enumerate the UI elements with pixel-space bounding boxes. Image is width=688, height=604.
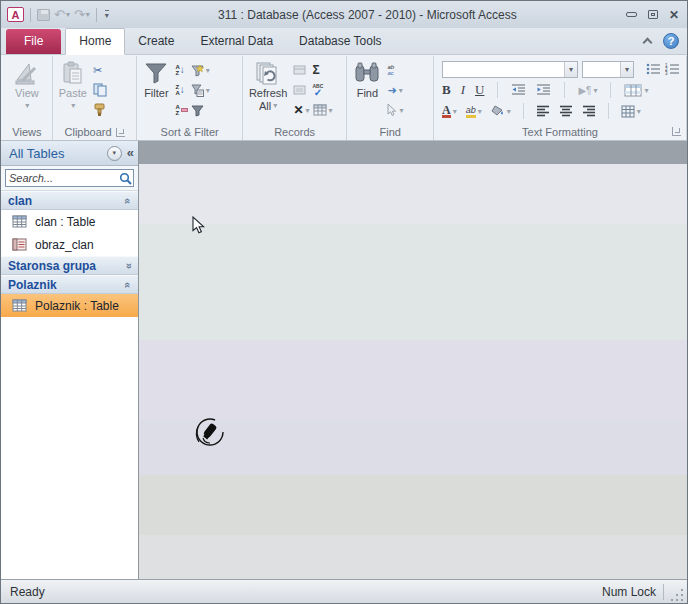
align-left-button[interactable] (536, 103, 550, 119)
filter-button-label: Filter (144, 87, 168, 99)
new-record-button[interactable] (293, 62, 309, 78)
undo-button[interactable]: ↶▾ (54, 8, 70, 21)
save-button[interactable] (37, 9, 50, 21)
toggle-filter-icon (191, 104, 204, 117)
separator (497, 82, 498, 98)
minimize-button[interactable] (626, 12, 637, 17)
tab-external-data[interactable]: External Data (187, 29, 286, 54)
find-button[interactable]: Find (350, 59, 384, 100)
tab-home[interactable]: Home (65, 28, 125, 55)
tab-file[interactable]: File (6, 29, 61, 54)
filter-button[interactable]: Filter (140, 59, 172, 100)
highlight-button[interactable]: ab▾ (466, 103, 482, 119)
minimize-ribbon-icon[interactable] (643, 38, 653, 48)
spelling-button[interactable]: ABC✓ (313, 82, 333, 98)
resize-grip[interactable] (671, 589, 685, 603)
remove-sort-icon: AZ (175, 104, 187, 116)
paste-button[interactable]: Paste ▾ (56, 59, 90, 113)
replace-button[interactable]: abac (387, 62, 403, 78)
chevron-down-icon: ▾ (25, 100, 29, 112)
chevron-down-icon: ▾ (86, 8, 90, 21)
chevron-down-icon: ▾ (71, 100, 75, 112)
tab-database-tools[interactable]: Database Tools (286, 29, 395, 54)
view-button[interactable]: View ▾ (11, 59, 43, 113)
fill-color-button[interactable]: ▾ (491, 103, 511, 119)
totals-button[interactable]: Σ (313, 62, 333, 78)
cut-button[interactable]: ✂ (93, 62, 107, 78)
italic-button[interactable]: I (461, 82, 465, 98)
gridlines-button[interactable]: ▾ (621, 103, 641, 119)
chevron-down-icon: ▾ (113, 149, 117, 157)
copy-button[interactable] (93, 82, 107, 98)
group-name: clan (8, 194, 32, 208)
filter-icon (143, 60, 169, 86)
font-size-combo[interactable]: ▾ (582, 61, 634, 78)
advanced-filter-button[interactable]: ▾ (191, 82, 210, 98)
shutter-close-button[interactable]: « (127, 147, 134, 159)
chevron-down-icon: ▾ (620, 62, 633, 77)
sort-descending-button[interactable]: ZA↓ (175, 82, 187, 98)
goto-arrow-icon: ➜ (387, 84, 396, 97)
nav-item-clan-table[interactable]: clan : Table (1, 210, 138, 233)
search-button[interactable] (117, 172, 133, 185)
increase-indent-button[interactable] (536, 82, 551, 98)
font-color-button[interactable]: A▾ (442, 103, 457, 119)
delete-record-button[interactable]: ✕▾ (293, 102, 309, 118)
separator (663, 584, 664, 600)
bullets-icon (646, 63, 661, 75)
replace-icon: abac (387, 64, 394, 76)
align-center-button[interactable] (559, 103, 573, 119)
nav-group-header-polaznik[interactable]: Polaznik « (1, 275, 138, 294)
gridlines-icon (621, 105, 635, 118)
numbering-button[interactable]: 1 2 3 (665, 61, 680, 77)
font-name-combo[interactable]: ▾ (442, 61, 578, 78)
select-button[interactable]: ▾ (387, 102, 403, 118)
paste-icon (60, 60, 86, 86)
refresh-all-button[interactable]: Refresh All▾ (246, 59, 291, 113)
ribbon-group-records: Refresh All▾ (243, 56, 348, 140)
toggle-filter-button[interactable] (191, 102, 210, 118)
chevron-down-icon: ▾ (478, 107, 482, 116)
bold-button[interactable]: B (442, 82, 451, 98)
nav-pane-header[interactable]: All Tables ▾ « (1, 141, 138, 166)
undo-icon: ↶ (54, 8, 65, 21)
chevron-down-icon: ▾ (453, 107, 457, 116)
more-records-button[interactable]: ▾ (313, 102, 333, 118)
search-input[interactable] (6, 172, 117, 184)
nav-pane-empty-space (1, 317, 138, 579)
access-app-icon[interactable]: A (7, 7, 24, 22)
tab-create[interactable]: Create (125, 29, 187, 54)
format-painter-button[interactable] (93, 102, 107, 118)
remove-sort-button[interactable]: AZ (175, 102, 187, 118)
nav-item-obraz-clan[interactable]: obraz_clan (1, 233, 138, 256)
form-icon (12, 238, 27, 251)
selection-button[interactable]: ▾ (191, 62, 210, 78)
delete-icon: ✕ (293, 103, 303, 117)
separator (608, 103, 609, 119)
group-label-clipboard: Clipboard (53, 124, 137, 140)
nav-item-polaznik-table[interactable]: Polaznik : Table (1, 294, 138, 317)
document-canvas[interactable] (139, 141, 687, 579)
close-button[interactable]: ✕ (669, 9, 679, 21)
restore-button[interactable] (648, 10, 658, 19)
bullets-button[interactable] (646, 61, 661, 77)
nav-group-header-staronsa-grupa[interactable]: Staronsa grupa « (1, 256, 138, 275)
sort-ascending-button[interactable]: AZ↓ (175, 62, 187, 78)
nav-search-row (1, 166, 138, 191)
align-right-button[interactable] (582, 103, 596, 119)
sort-descending-icon: ZA↓ (175, 84, 184, 96)
sort-ascending-icon: AZ↓ (175, 64, 184, 76)
dialog-launcher-icon[interactable] (116, 128, 125, 137)
decrease-indent-button[interactable] (511, 82, 526, 98)
dialog-launcher-icon[interactable] (672, 127, 681, 136)
text-direction-button[interactable]: ▶¶▾ (578, 82, 597, 98)
underline-button[interactable]: U (475, 82, 484, 98)
group-label-find: Find (347, 124, 433, 140)
help-button[interactable]: ? (663, 33, 679, 49)
alternate-row-color-button[interactable]: ▾ (624, 82, 648, 98)
nav-group-header-clan[interactable]: clan « (1, 191, 138, 210)
save-record-button[interactable] (293, 82, 309, 98)
goto-button[interactable]: ➜▾ (387, 82, 403, 98)
redo-button[interactable]: ↷▾ (74, 8, 90, 21)
nav-menu-button[interactable]: ▾ (107, 146, 122, 161)
